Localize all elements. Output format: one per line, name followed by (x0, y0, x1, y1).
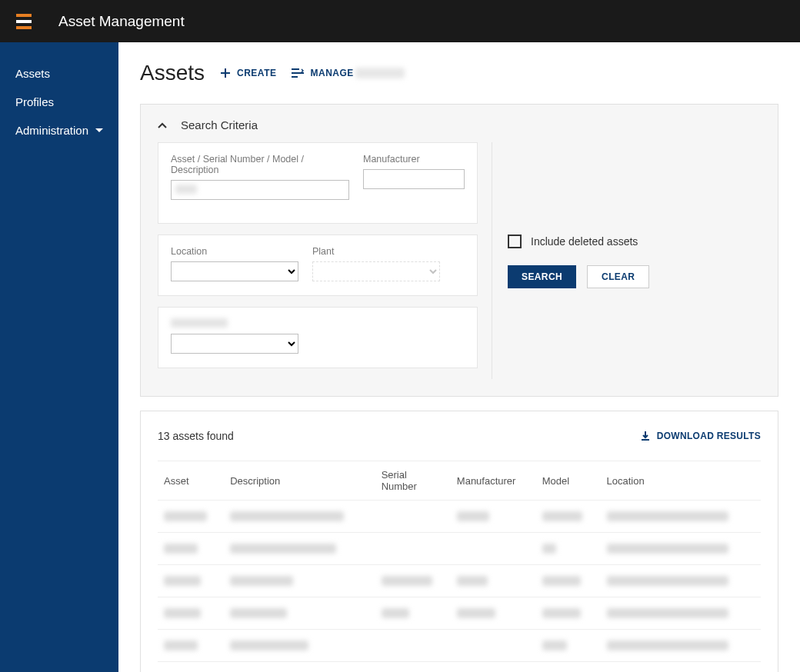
table-cell (158, 630, 224, 662)
sidebar-item-label: Assets (15, 67, 50, 80)
sidebar-item-assets[interactable]: Assets (0, 59, 118, 88)
include-deleted-checkbox[interactable] (508, 235, 522, 248)
redacted-text (230, 640, 308, 650)
manufacturer-input[interactable] (363, 169, 465, 189)
redacted-text (382, 608, 409, 618)
sidebar-item-label: Profiles (15, 95, 54, 108)
table-row[interactable] (158, 501, 761, 533)
table-cell (536, 501, 601, 533)
table-cell (158, 533, 224, 565)
col-serial: Serial Number (375, 461, 451, 501)
top-bar: Asset Management (0, 0, 800, 42)
search-panel-title: Search Criteria (181, 118, 258, 131)
redacted-text (164, 544, 198, 554)
search-panel-header: Search Criteria (158, 118, 761, 131)
table-cell (451, 565, 536, 597)
table-cell (224, 533, 375, 565)
redacted-text (164, 511, 207, 521)
redacted-text (230, 608, 287, 618)
redacted-text (542, 576, 581, 586)
table-cell (536, 597, 601, 630)
asset-field-label: Asset / Serial Number / Model / Descript… (171, 154, 349, 175)
include-deleted-label: Include deleted assets (531, 235, 638, 248)
content: Assets CREATE MANAGE Search Criter (118, 42, 800, 672)
table-cell (158, 501, 224, 533)
redacted-text (382, 576, 432, 586)
download-icon (640, 431, 651, 441)
redacted-text (607, 544, 728, 554)
table-cell (451, 501, 536, 533)
plus-icon (220, 68, 231, 78)
redacted-text (457, 511, 489, 521)
col-model: Model (536, 461, 601, 501)
table-cell (224, 597, 375, 630)
table-cell (158, 597, 224, 630)
table-cell (375, 630, 451, 662)
redacted-text (230, 576, 293, 586)
table-cell (375, 501, 451, 533)
redacted-text (230, 511, 344, 521)
table-cell (375, 533, 451, 565)
search-card-extra (158, 307, 478, 368)
svg-rect-0 (16, 14, 32, 17)
col-description: Description (224, 461, 375, 501)
svg-rect-1 (16, 20, 32, 23)
table-cell (224, 630, 375, 662)
search-panel: Search Criteria Asset / Serial Number / … (140, 104, 778, 397)
table-cell (451, 533, 536, 565)
sidebar-item-profiles[interactable]: Profiles (0, 88, 118, 116)
location-field-label: Location (171, 246, 298, 257)
extra-select[interactable] (171, 334, 298, 354)
app-logo (12, 10, 35, 33)
chevron-down-icon (95, 128, 103, 132)
redacted-text (607, 511, 728, 521)
redacted-text (457, 576, 488, 586)
table-cell (451, 630, 536, 662)
app-title: Asset Management (58, 13, 185, 30)
redacted-text (230, 544, 336, 554)
table-cell (451, 597, 536, 630)
page-header: Assets CREATE MANAGE (140, 61, 778, 85)
asset-search-input[interactable] (171, 180, 349, 200)
redacted-text (164, 640, 198, 650)
table-row[interactable] (158, 565, 761, 597)
results-panel: 13 assets found DOWNLOAD RESULTS Asset D… (140, 411, 778, 672)
col-asset: Asset (158, 461, 224, 501)
plant-select (312, 261, 440, 281)
table-cell (601, 501, 761, 533)
sidebar: Assets Profiles Administration (0, 42, 118, 672)
svg-rect-2 (16, 26, 32, 29)
table-cell (601, 597, 761, 630)
table-row[interactable] (158, 533, 761, 565)
table-cell (375, 597, 451, 630)
redacted-text (164, 576, 201, 586)
table-cell (601, 533, 761, 565)
search-button[interactable]: SEARCH (508, 265, 576, 288)
redacted-text (542, 511, 582, 521)
search-card-location: Location Plant (158, 235, 478, 296)
redacted-text (164, 608, 201, 618)
search-card-text: Asset / Serial Number / Model / Descript… (158, 142, 478, 224)
clear-button[interactable]: CLEAR (587, 265, 649, 288)
table-row[interactable] (158, 630, 761, 662)
table-cell (224, 501, 375, 533)
list-icon (292, 68, 304, 78)
download-results-button[interactable]: DOWNLOAD RESULTS (640, 431, 761, 441)
col-location: Location (601, 461, 761, 501)
page-title: Assets (140, 61, 205, 85)
table-cell (536, 533, 601, 565)
table-row[interactable] (158, 597, 761, 630)
sidebar-item-administration[interactable]: Administration (0, 116, 118, 145)
col-manufacturer: Manufacturer (451, 461, 536, 501)
collapse-toggle[interactable] (158, 122, 167, 128)
redacted-text (457, 608, 495, 618)
redacted-text (607, 608, 728, 618)
create-button[interactable]: CREATE (220, 68, 276, 78)
table-cell (375, 565, 451, 597)
manufacturer-field-label: Manufacturer (363, 154, 465, 165)
manage-label: MANAGE (310, 68, 353, 78)
location-select[interactable] (171, 261, 298, 281)
manage-button[interactable]: MANAGE (292, 68, 404, 78)
redacted-text (542, 608, 581, 618)
redacted-text (542, 544, 556, 554)
